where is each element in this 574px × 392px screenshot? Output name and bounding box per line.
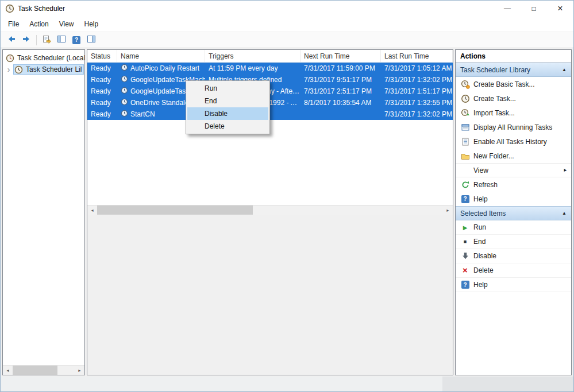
action-label: View <box>473 166 488 174</box>
action-label: Run <box>473 223 486 231</box>
scroll-right-arrow[interactable]: ► <box>75 366 84 375</box>
window-title: Task Scheduler <box>18 5 65 13</box>
show-action-pane-button[interactable] <box>84 33 99 47</box>
scrollbar-thumb[interactable] <box>13 366 57 375</box>
close-button[interactable]: × <box>547 1 573 17</box>
action-end[interactable]: ■ End <box>456 235 571 249</box>
tree-horizontal-scrollbar[interactable]: ◄ ► <box>3 365 84 375</box>
list-horizontal-scrollbar[interactable]: ◄ ► <box>87 205 453 215</box>
task-last-run-time: 7/31/2017 1:32:02 PM <box>381 74 453 86</box>
menu-action[interactable]: Action <box>24 17 53 32</box>
help-icon: ? <box>72 36 80 44</box>
back-button[interactable] <box>4 33 19 47</box>
task-last-run-time: 7/31/2017 1:05:12 AM <box>381 63 453 74</box>
action-create-basic-task[interactable]: Create Basic Task... <box>456 77 571 91</box>
action-refresh[interactable]: Refresh <box>456 177 571 192</box>
action-label: Delete <box>473 266 494 274</box>
submenu-arrow-icon: ► <box>563 168 568 173</box>
minimize-button[interactable]: — <box>494 1 521 17</box>
expander-icon[interactable]: › <box>6 65 11 73</box>
toolbar: ? <box>1 32 573 48</box>
action-display-all-running-tasks[interactable]: Display All Running Tasks <box>456 120 571 134</box>
task-clock-icon <box>121 64 128 73</box>
action-import-task[interactable]: Import Task... <box>456 106 571 120</box>
selected-tree-item-box: Task Scheduler Lil <box>13 64 84 75</box>
action-view[interactable]: View ► <box>456 163 571 177</box>
scrollbar-track[interactable] <box>13 366 75 375</box>
section-header-task-scheduler-library[interactable]: Task Scheduler Library ▲ <box>456 63 571 77</box>
context-menu-disable[interactable]: Disable <box>187 107 268 120</box>
maximize-button[interactable]: □ <box>521 1 547 17</box>
action-label: Refresh <box>473 181 498 189</box>
delete-icon: × <box>460 266 470 274</box>
task-row[interactable]: Ready StartCN 7/31/2017 1:32:02 PM <box>87 108 453 120</box>
scrollbar-track[interactable] <box>97 205 443 215</box>
column-header-status[interactable]: Status <box>87 50 117 62</box>
help-button[interactable]: ? <box>69 33 84 47</box>
forward-arrow-icon <box>22 34 31 45</box>
scroll-left-arrow[interactable]: ◄ <box>87 205 97 215</box>
context-menu-delete[interactable]: Delete <box>187 120 268 133</box>
task-row[interactable]: Ready AutoPico Daily Restart At 11:59 PM… <box>87 63 453 74</box>
disable-icon <box>460 252 470 260</box>
task-row[interactable]: Ready OneDrive Standalone Update Task At… <box>87 97 453 108</box>
task-table-header: Status Name Triggers Next Run Time Last … <box>87 50 453 63</box>
action-delete[interactable]: × Delete <box>456 263 571 278</box>
scroll-left-arrow[interactable]: ◄ <box>3 366 13 375</box>
menu-view[interactable]: View <box>54 17 79 32</box>
export-list-icon <box>42 34 51 45</box>
tree-item-label: Task Scheduler Lil <box>25 65 83 74</box>
task-next-run-time: 7/31/2017 2:51:17 PM <box>301 86 381 97</box>
task-row[interactable]: Ready GoogleUpdateTaskMachineCore Multip… <box>87 74 453 86</box>
action-new-folder[interactable]: New Folder... <box>456 149 571 163</box>
context-menu-run[interactable]: Run <box>187 82 268 95</box>
context-menu-end[interactable]: End <box>187 95 268 107</box>
forward-button[interactable] <box>19 33 34 47</box>
section-header-label: Selected Items <box>460 209 506 218</box>
run-icon: ▶ <box>460 224 470 231</box>
actions-pane: Actions Task Scheduler Library ▲ Create … <box>455 49 572 375</box>
column-header-last-run-time[interactable]: Last Run Time <box>381 50 453 62</box>
task-name: AutoPico Daily Restart <box>130 64 199 72</box>
task-scheduler-app-icon <box>5 4 14 13</box>
column-header-triggers[interactable]: Triggers <box>205 50 301 62</box>
collapse-arrow-icon[interactable]: ▲ <box>562 211 567 216</box>
action-label: Enable All Tasks History <box>473 138 547 146</box>
tree-item-task-scheduler-local[interactable]: Task Scheduler (Local <box>3 52 84 64</box>
column-header-next-run-time[interactable]: Next Run Time <box>301 50 381 62</box>
task-next-run-time: 7/31/2017 11:59:00 PM <box>301 63 381 74</box>
scrollbar-thumb[interactable] <box>97 205 253 215</box>
actions-pane-title: Actions <box>456 50 571 63</box>
tree-item-task-scheduler-library[interactable]: › Task Scheduler Lil <box>3 64 84 75</box>
menu-file[interactable]: File <box>3 17 24 32</box>
task-list-pane: Status Name Triggers Next Run Time Last … <box>87 49 453 375</box>
show-console-tree-button[interactable] <box>54 33 69 47</box>
task-next-run-time: 8/1/2017 10:35:54 AM <box>301 97 381 108</box>
menu-help[interactable]: Help <box>79 17 104 32</box>
action-help-selected[interactable]: ? Help <box>456 278 571 292</box>
action-run[interactable]: ▶ Run <box>456 220 571 235</box>
scroll-right-arrow[interactable]: ► <box>443 205 453 215</box>
action-disable[interactable]: Disable <box>456 249 571 263</box>
create-task-icon <box>460 94 470 103</box>
action-create-task[interactable]: Create Task... <box>456 91 571 106</box>
action-label: Disable <box>473 252 496 260</box>
action-label: Create Task... <box>473 95 516 103</box>
section-header-selected-items[interactable]: Selected Items ▲ <box>456 206 571 220</box>
help-icon: ? <box>460 281 470 289</box>
task-name-cell: AutoPico Daily Restart <box>117 63 205 74</box>
action-label: Import Task... <box>473 109 515 117</box>
section-header-label: Task Scheduler Library <box>460 66 530 74</box>
export-list-button[interactable] <box>39 33 54 47</box>
task-row[interactable]: Ready GoogleUpdateTaskMachineUA At 2:51 … <box>87 86 453 97</box>
column-header-name[interactable]: Name <box>117 50 205 62</box>
action-label: Help <box>473 195 488 203</box>
task-status: Ready <box>87 74 117 86</box>
task-list: Status Name Triggers Next Run Time Last … <box>87 50 453 205</box>
task-last-run-time: 7/31/2017 1:32:02 PM <box>381 108 453 120</box>
task-scheduler-window: Task Scheduler — □ × File Action View He… <box>0 0 574 392</box>
window-controls: — □ × <box>494 1 573 17</box>
action-enable-all-tasks-history[interactable]: Enable All Tasks History <box>456 134 571 149</box>
action-help[interactable]: ? Help <box>456 192 571 206</box>
collapse-arrow-icon[interactable]: ▲ <box>562 67 567 72</box>
